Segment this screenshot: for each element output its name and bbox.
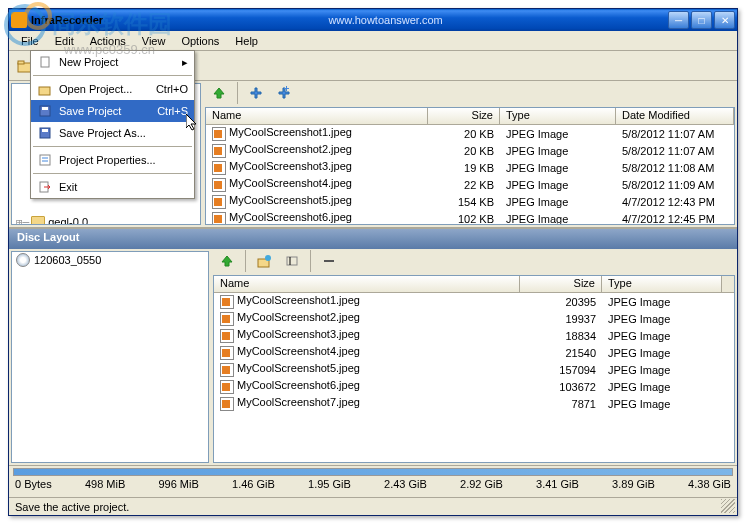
project-file-list[interactable]: NameSizeType MyCoolScreenshot1.jpeg20395… — [213, 275, 735, 463]
titlebar[interactable]: InfraRecorder www.howtoanswer.com ─ □ ✕ — [9, 9, 737, 31]
props-icon — [37, 152, 53, 168]
app-title: InfraRecorder — [31, 14, 103, 26]
ruler-tick: 3.41 GiB — [536, 478, 579, 490]
disc-space-ruler: 0 Bytes498 MiB996 MiB1.46 GiB1.95 GiB2.4… — [9, 465, 737, 497]
titlebar-url: www.howtoanswer.com — [328, 14, 442, 26]
column-header[interactable]: Type — [602, 276, 722, 292]
open-icon — [37, 81, 53, 97]
project-root[interactable]: 120603_0550 — [12, 252, 208, 268]
svg-rect-10 — [287, 257, 297, 265]
statusbar: Save the active project. — [9, 497, 737, 515]
file-icon — [212, 127, 226, 141]
new-folder-icon[interactable] — [252, 249, 276, 273]
remove-icon[interactable] — [317, 249, 341, 273]
menu-separator — [33, 173, 192, 174]
rename-icon[interactable] — [280, 249, 304, 273]
menu-view[interactable]: View — [134, 33, 174, 49]
ruler-tick: 0 Bytes — [15, 478, 52, 490]
resize-grip[interactable] — [721, 499, 735, 513]
table-row[interactable]: MyCoolScreenshot4.jpeg22 KBJPEG Image5/8… — [206, 176, 734, 193]
file-icon — [220, 397, 234, 411]
file-icon — [212, 195, 226, 209]
file-icon — [212, 161, 226, 175]
file-icon — [220, 346, 234, 360]
table-row[interactable]: MyCoolScreenshot4.jpeg21540JPEG Image — [214, 344, 734, 361]
maximize-button[interactable]: □ — [691, 11, 712, 29]
up-arrow-icon[interactable] — [215, 249, 239, 273]
ruler-tick: 4.38 GiB — [688, 478, 731, 490]
file-icon — [212, 178, 226, 192]
table-row[interactable]: MyCoolScreenshot6.jpeg103672JPEG Image — [214, 378, 734, 395]
menu-separator — [33, 75, 192, 76]
svg-rect-1 — [18, 61, 24, 64]
saveas-icon — [37, 125, 53, 141]
save-icon — [37, 103, 53, 119]
ruler-tick: 2.43 GiB — [384, 478, 427, 490]
up-arrow-icon[interactable] — [207, 81, 231, 105]
menu-actions[interactable]: Actions — [82, 33, 134, 49]
add-icon[interactable] — [244, 81, 268, 105]
ruler-tick: 498 MiB — [85, 478, 125, 490]
column-header[interactable]: Size — [520, 276, 602, 292]
ruler-tick: 996 MiB — [158, 478, 198, 490]
menu-item-save-project[interactable]: Save ProjectCtrl+S — [31, 100, 194, 122]
svg-rect-19 — [40, 155, 50, 165]
svg-rect-16 — [42, 107, 48, 110]
ruler-tick: 1.46 GiB — [232, 478, 275, 490]
table-row[interactable]: MyCoolScreenshot1.jpeg20 KBJPEG Image5/8… — [206, 125, 734, 142]
table-row[interactable]: MyCoolScreenshot3.jpeg18834JPEG Image — [214, 327, 734, 344]
project-toolbar — [211, 249, 737, 273]
project-tree[interactable]: 120603_0550 — [11, 251, 209, 463]
column-header[interactable]: Type — [500, 108, 616, 124]
status-text: Save the active project. — [15, 501, 129, 513]
file-menu-dropdown: New Project▸Open Project...Ctrl+OSave Pr… — [30, 50, 195, 199]
menu-file[interactable]: File — [13, 33, 47, 49]
column-header[interactable]: Date Modified — [616, 108, 734, 124]
list-header: NameSizeTypeDate Modified — [206, 108, 734, 125]
file-icon — [220, 295, 234, 309]
file-icon — [212, 212, 226, 224]
table-row[interactable]: MyCoolScreenshot6.jpeg102 KBJPEG Image4/… — [206, 210, 734, 224]
file-icon — [220, 329, 234, 343]
menu-item-save-project-as-[interactable]: Save Project As... — [31, 122, 194, 144]
menu-help[interactable]: Help — [227, 33, 266, 49]
svg-rect-18 — [42, 129, 48, 132]
menu-options[interactable]: Options — [173, 33, 227, 49]
column-header[interactable]: Size — [428, 108, 500, 124]
file-icon — [212, 144, 226, 158]
svg-rect-12 — [324, 260, 334, 262]
table-row[interactable]: MyCoolScreenshot2.jpeg20 KBJPEG Image5/8… — [206, 142, 734, 159]
list-header: NameSizeType — [214, 276, 734, 293]
svg-rect-14 — [39, 87, 50, 95]
menubar: File Edit Actions View Options Help — [9, 31, 737, 51]
menu-item-open-project-[interactable]: Open Project...Ctrl+O — [31, 78, 194, 100]
app-icon — [11, 12, 27, 28]
table-row[interactable]: MyCoolScreenshot3.jpeg19 KBJPEG Image5/8… — [206, 159, 734, 176]
table-row[interactable]: MyCoolScreenshot7.jpeg7871JPEG Image — [214, 395, 734, 412]
add-all-icon[interactable] — [272, 81, 296, 105]
column-header[interactable]: Name — [206, 108, 428, 124]
exit-icon — [37, 179, 53, 195]
ruler-tick: 1.95 GiB — [308, 478, 351, 490]
menu-edit[interactable]: Edit — [47, 33, 82, 49]
folder-icon — [31, 216, 45, 225]
table-row[interactable]: MyCoolScreenshot5.jpeg157094JPEG Image — [214, 361, 734, 378]
ruler-tick: 2.92 GiB — [460, 478, 503, 490]
file-icon — [220, 312, 234, 326]
close-button[interactable]: ✕ — [714, 11, 735, 29]
file-icon — [220, 380, 234, 394]
column-header[interactable]: Name — [214, 276, 520, 292]
table-row[interactable]: MyCoolScreenshot2.jpeg19937JPEG Image — [214, 310, 734, 327]
file-icon — [220, 363, 234, 377]
menu-item-exit[interactable]: Exit — [31, 176, 194, 198]
minimize-button[interactable]: ─ — [668, 11, 689, 29]
svg-rect-13 — [41, 57, 49, 67]
menu-item-project-properties-[interactable]: Project Properties... — [31, 149, 194, 171]
menu-item-new-project[interactable]: New Project▸ — [31, 51, 194, 73]
tree-item[interactable]: ⊞─gegl-0.0 — [12, 214, 200, 225]
disc-layout-header: Disc Layout — [9, 229, 737, 249]
explorer-file-list[interactable]: NameSizeTypeDate Modified MyCoolScreensh… — [205, 107, 735, 225]
table-row[interactable]: MyCoolScreenshot5.jpeg154 KBJPEG Image4/… — [206, 193, 734, 210]
submenu-arrow-icon: ▸ — [182, 56, 188, 69]
table-row[interactable]: MyCoolScreenshot1.jpeg20395JPEG Image — [214, 293, 734, 310]
